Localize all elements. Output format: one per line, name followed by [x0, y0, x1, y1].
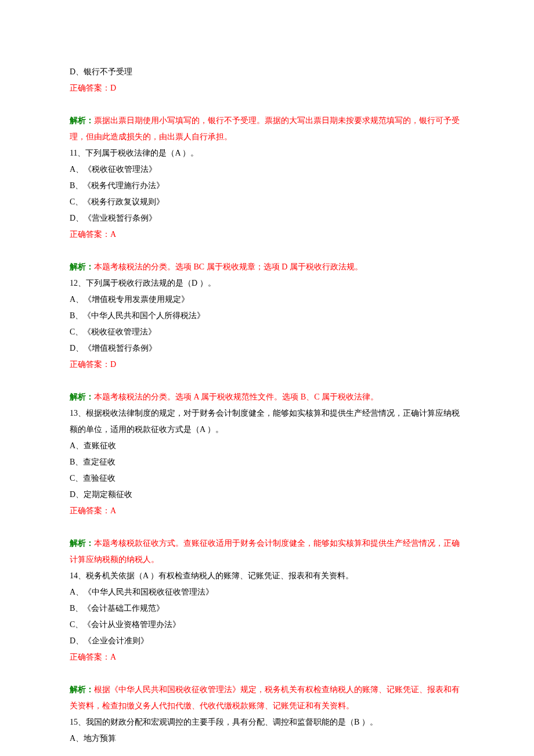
q12-option-b: B、《中华人民共和国个人所得税法》	[70, 308, 464, 324]
q11-stem: 11、下列属于税收法律的是（A ）。	[70, 145, 464, 161]
q12-option-a: A、《增值税专用发票使用规定》	[70, 291, 464, 308]
q14-stem: 14、税务机关依据（A ）有权检查纳税人的账簿、记账凭证、报表和有关资料。	[70, 568, 464, 584]
q10-option-d: D、银行不予受理	[70, 64, 464, 80]
q14-option-c: C、《会计从业资格管理办法》	[70, 617, 464, 633]
spacer	[70, 96, 464, 113]
q13-explanation: 解析：本题考核税款征收方式。查账征收适用于财务会计制度健全，能够如实核算和提供生…	[70, 535, 464, 568]
q13-stem: 13、根据税收法律制度的规定，对于财务会计制度健全，能够如实核算和提供生产经营情…	[70, 405, 464, 438]
explanation-label: 解析：	[70, 539, 94, 548]
explanation-label: 解析：	[70, 116, 94, 125]
q15-option-a: A、地方预算	[70, 730, 464, 747]
q13-answer: 正确答案：A	[70, 503, 464, 519]
q14-option-a: A、《中华人民共和国税收征收管理法》	[70, 584, 464, 600]
q11-answer: 正确答案：A	[70, 226, 464, 243]
q12-option-d: D、《增值税暂行条例》	[70, 340, 464, 357]
q11-option-b: B、《税务代理施行办法》	[70, 178, 464, 194]
q12-answer: 正确答案：D	[70, 357, 464, 373]
explanation-label: 解析：	[70, 262, 94, 271]
explanation-text: 根据《中华人民共和国税收征收管理法》规定，税务机关有权检查纳税人的账簿、记账凭证…	[70, 685, 460, 710]
q14-explanation: 解析：根据《中华人民共和国税收征收管理法》规定，税务机关有权检查纳税人的账簿、记…	[70, 682, 464, 714]
q13-option-c: C、查验征收	[70, 470, 464, 487]
q13-option-b: B、查定征收	[70, 454, 464, 470]
explanation-text: 票据出票日期使用小写填写的，银行不予受理。票据的大写出票日期未按要求规范填写的，…	[70, 116, 460, 141]
explanation-text: 本题考核税法的分类。选项 A 属于税收规范性文件。选项 B、C 属于税收法律。	[94, 393, 378, 401]
q12-option-c: C、《税收征收管理法》	[70, 324, 464, 340]
q10-explanation: 解析：票据出票日期使用小写填写的，银行不予受理。票据的大写出票日期未按要求规范填…	[70, 113, 464, 145]
q13-option-a: A、查账征收	[70, 438, 464, 454]
q14-option-d: D、《企业会计准则》	[70, 633, 464, 649]
q11-option-c: C、《税务行政复议规则》	[70, 194, 464, 210]
q10-answer: 正确答案：D	[70, 80, 464, 96]
spacer	[70, 373, 464, 389]
explanation-label: 解析：	[70, 685, 94, 694]
spacer	[70, 519, 464, 535]
q12-explanation: 解析：本题考核税法的分类。选项 A 属于税收规范性文件。选项 B、C 属于税收法…	[70, 389, 464, 405]
q11-option-d: D、《营业税暂行条例》	[70, 210, 464, 226]
spacer	[70, 243, 464, 259]
explanation-label: 解析：	[70, 393, 94, 401]
explanation-text: 本题考核税法的分类。选项 BC 属于税收规章；选项 D 属于税收行政法规。	[94, 262, 363, 271]
q11-option-a: A、《税收征收管理法》	[70, 161, 464, 178]
spacer	[70, 665, 464, 682]
explanation-text: 本题考核税款征收方式。查账征收适用于财务会计制度健全，能够如实核算和提供生产经营…	[70, 539, 460, 564]
q14-option-b: B、《会计基础工作规范》	[70, 600, 464, 617]
q12-stem: 12、下列属于税收行政法规的是（D ）。	[70, 275, 464, 291]
q14-answer: 正确答案：A	[70, 649, 464, 665]
q11-explanation: 解析：本题考核税法的分类。选项 BC 属于税收规章；选项 D 属于税收行政法规。	[70, 259, 464, 275]
q13-option-d: D、定期定额征收	[70, 487, 464, 503]
document-page: D、银行不予受理 正确答案：D 解析：票据出票日期使用小写填写的，银行不予受理。…	[0, 0, 534, 756]
q15-stem: 15、我国的财政分配和宏观调控的主要手段，具有分配、调控和监督职能的是（B ）。	[70, 714, 464, 730]
